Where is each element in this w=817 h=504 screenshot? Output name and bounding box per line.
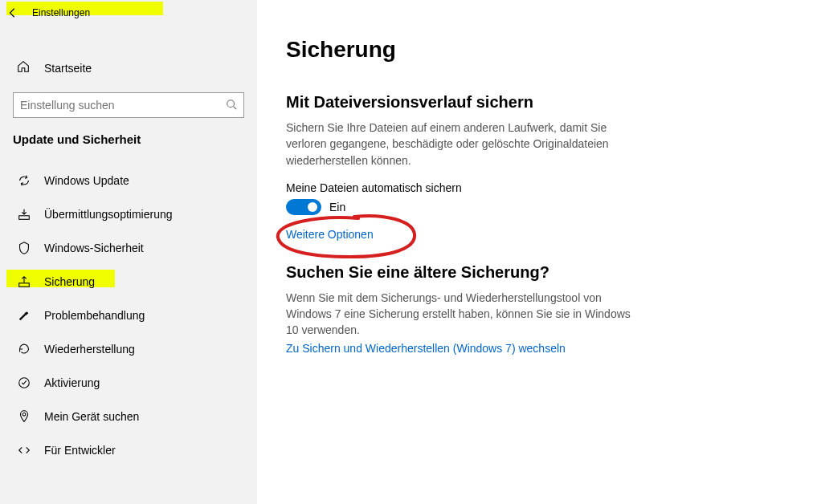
check-circle-icon	[16, 376, 32, 390]
sidebar-item-find-my-device[interactable]: Mein Gerät suchen	[0, 400, 257, 433]
svg-point-0	[227, 100, 235, 107]
sidebar-item-label: Wiederherstellung	[44, 343, 135, 356]
sidebar: Einstellungen Startseite Update und Sich…	[0, 0, 257, 504]
sidebar-item-windows-update[interactable]: Windows Update	[0, 164, 257, 197]
sync-icon	[16, 173, 32, 188]
more-options-link[interactable]: Weitere Optionen	[286, 228, 374, 241]
svg-line-1	[234, 106, 237, 109]
shield-icon	[16, 241, 32, 255]
sidebar-item-recovery[interactable]: Wiederherstellung	[0, 332, 257, 366]
search-input[interactable]	[20, 99, 226, 112]
backup-icon	[16, 274, 32, 289]
sidebar-item-label: Übermittlungsoptimierung	[44, 208, 173, 221]
sidebar-item-troubleshoot[interactable]: Problembehandlung	[0, 299, 257, 332]
sidebar-item-developers[interactable]: Für Entwickler	[0, 433, 257, 467]
sidebar-item-label: Für Entwickler	[44, 444, 116, 457]
wrench-icon	[16, 308, 32, 323]
sidebar-item-label: Windows-Sicherheit	[44, 242, 144, 254]
sidebar-item-activation[interactable]: Aktivierung	[0, 366, 257, 400]
page-title: Sicherung	[286, 37, 788, 63]
svg-rect-2	[19, 216, 30, 220]
sidebar-item-windows-security[interactable]: Windows-Sicherheit	[0, 231, 257, 265]
svg-point-5	[22, 413, 26, 417]
sidebar-category: Update und Sicherheit	[0, 118, 257, 154]
sidebar-item-label: Sicherung	[44, 275, 95, 288]
window-title: Einstellungen	[26, 7, 90, 18]
main-content: Sicherung Mit Dateiversionsverlauf siche…	[257, 0, 817, 504]
home-icon	[16, 59, 32, 76]
legacy-backup-link[interactable]: Zu Sichern und Wiederherstellen (Windows…	[286, 342, 566, 355]
back-button[interactable]	[0, 0, 26, 26]
sidebar-item-label: Mein Gerät suchen	[44, 410, 139, 423]
auto-backup-toggle-label: Meine Dateien automatisch sichern	[286, 181, 788, 194]
sidebar-item-delivery-optimization[interactable]: Übermittlungsoptimierung	[0, 197, 257, 231]
location-icon	[16, 409, 32, 424]
search-box[interactable]	[13, 92, 244, 118]
legacy-backup-description: Wenn Sie mit dem Sicherungs- und Wiederh…	[286, 290, 639, 339]
sidebar-item-backup[interactable]: Sicherung	[0, 265, 257, 299]
arrow-left-icon	[7, 7, 18, 18]
file-history-description: Sichern Sie Ihre Dateien auf einem ander…	[286, 120, 639, 169]
file-history-heading: Mit Dateiversionsverlauf sichern	[286, 93, 788, 112]
svg-rect-3	[19, 283, 30, 287]
titlebar: Einstellungen	[0, 0, 257, 26]
sidebar-home[interactable]: Startseite	[0, 48, 257, 87]
sidebar-item-label: Aktivierung	[44, 376, 100, 389]
auto-backup-toggle[interactable]	[286, 199, 321, 215]
recovery-icon	[16, 342, 32, 356]
toggle-state-text: Ein	[329, 201, 345, 213]
search-icon	[226, 99, 237, 112]
legacy-backup-heading: Suchen Sie eine ältere Sicherung?	[286, 263, 788, 282]
sidebar-home-label: Startseite	[44, 62, 92, 75]
sidebar-nav: Windows Update Übermittlungsoptimierung …	[0, 164, 257, 467]
toggle-knob	[308, 202, 317, 212]
search-container	[0, 92, 257, 118]
auto-backup-toggle-row: Ein	[286, 199, 788, 215]
delivery-icon	[16, 207, 32, 222]
sidebar-item-label: Windows Update	[44, 174, 129, 187]
sidebar-item-label: Problembehandlung	[44, 309, 145, 322]
code-icon	[16, 443, 32, 457]
